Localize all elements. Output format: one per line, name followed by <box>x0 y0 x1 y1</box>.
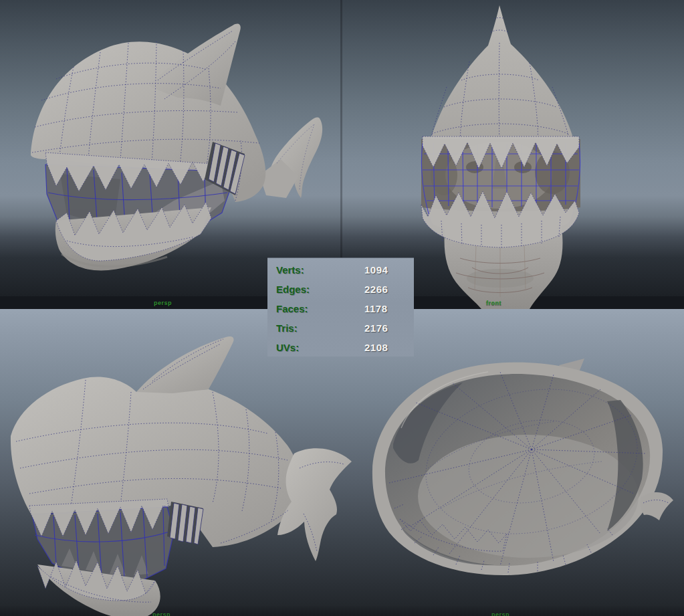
verts-label: Verts: <box>276 260 304 280</box>
uvs-label: UVs: <box>276 338 299 357</box>
hud-row-verts: Verts: 1094 <box>267 260 414 280</box>
tris-label: Tris: <box>276 318 298 338</box>
uvs-value: 2108 <box>364 338 388 357</box>
edges-label: Edges: <box>276 280 310 299</box>
hud-row-edges: Edges: 2266 <box>267 280 414 299</box>
viewport-seam <box>340 0 342 296</box>
tris-value: 2176 <box>364 318 388 338</box>
camera-label-front-top-right: front <box>486 299 501 307</box>
bottom-edge-shadow <box>0 605 684 616</box>
camera-label-bottom-left: persp <box>152 611 170 616</box>
edges-value: 2266 <box>364 280 388 299</box>
maya-quad-view: persp front persp persp Verts: 1094 Edge… <box>0 0 684 616</box>
camera-label-bottom-right: persp <box>491 611 509 616</box>
hud-row-tris: Tris: 2176 <box>267 318 414 338</box>
faces-label: Faces: <box>276 299 308 318</box>
hud-row-faces: Faces: 1178 <box>267 299 414 318</box>
camera-label-persp-top-left: persp <box>154 299 172 307</box>
poly-count-hud: Verts: 1094 Edges: 2266 Faces: 1178 Tris… <box>267 258 414 356</box>
faces-value: 1178 <box>364 299 388 318</box>
hud-row-uvs: UVs: 2108 <box>267 338 414 357</box>
verts-value: 1094 <box>364 260 388 280</box>
